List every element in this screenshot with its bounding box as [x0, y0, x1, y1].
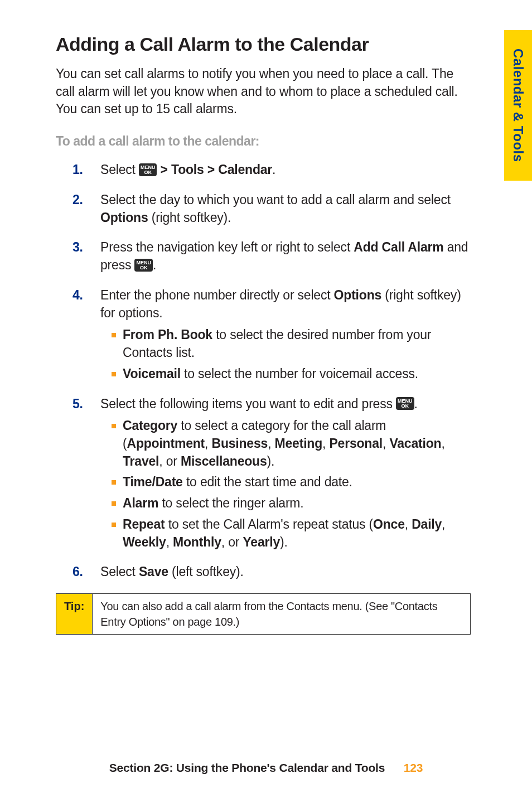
step-1-path: > Tools > Calendar: [157, 162, 272, 177]
category-label: Category: [123, 418, 177, 433]
page-content: Adding a Call Alarm to the Calendar You …: [0, 0, 532, 635]
tip-label: Tip:: [56, 594, 93, 634]
step-4-sub-a: From Ph. Book to select the desired numb…: [100, 326, 471, 361]
step-5-text-a: Select the following items you want to e…: [100, 396, 396, 411]
subheading: To add a call alarm to the calendar:: [56, 134, 471, 149]
step-6-text-a: Select: [100, 564, 139, 579]
step-5-sublist: Category to select a category for the ca…: [100, 417, 471, 551]
save-label: Save: [139, 564, 168, 579]
page-number: 123: [404, 761, 423, 774]
step-4: Enter the phone number directly or selec…: [72, 287, 471, 383]
footer-section: Section 2G: Using the Phone's Calendar a…: [109, 761, 385, 774]
intro-paragraph: You can set call alarms to notify you wh…: [56, 65, 471, 118]
step-3-text-a: Press the navigation key left or right t…: [100, 240, 354, 254]
repeat-label: Repeat: [123, 517, 165, 531]
step-1-prefix: Select: [100, 162, 139, 177]
options-label: Options: [334, 288, 381, 302]
alarm-label: Alarm: [123, 496, 158, 510]
page-footer: Section 2G: Using the Phone's Calendar a…: [0, 761, 532, 775]
menu-ok-icon: MENUOK: [134, 259, 153, 272]
step-1: Select MENUOK > Tools > Calendar.: [72, 161, 471, 179]
step-5-sub-d: Repeat to set the Call Alarm's repeat st…: [100, 516, 471, 551]
time-date-label: Time/Date: [123, 475, 183, 489]
step-3-trail: .: [153, 258, 156, 272]
step-5-sub-b: Time/Date to edit the start time and dat…: [100, 473, 471, 491]
step-2-text-a: Select the day to which you want to add …: [100, 192, 451, 207]
step-4-sub-b: Voicemail to select the number for voice…: [100, 365, 471, 383]
step-6: Select Save (left softkey).: [72, 563, 471, 581]
tip-text: You can also add a call alarm from the C…: [93, 594, 470, 634]
from-ph-book-label: From Ph. Book: [123, 327, 212, 342]
voicemail-label: Voicemail: [123, 366, 181, 381]
side-tab-label: Calendar & Tools: [510, 49, 526, 162]
step-5: Select the following items you want to e…: [72, 395, 471, 552]
page-title: Adding a Call Alarm to the Calendar: [56, 33, 471, 55]
steps-list: Select MENUOK > Tools > Calendar. Select…: [56, 161, 471, 581]
step-6-text-b: (left softkey).: [168, 564, 244, 579]
step-3: Press the navigation key left or right t…: [72, 239, 471, 274]
add-call-alarm-label: Add Call Alarm: [354, 240, 443, 254]
side-tab: Calendar & Tools: [504, 30, 532, 181]
step-5-trail: .: [414, 396, 418, 411]
step-4-sub-b-rest: to select the number for voicemail acces…: [181, 366, 418, 381]
step-2: Select the day to which you want to add …: [72, 191, 471, 226]
step-1-trail: .: [272, 162, 275, 177]
step-5-sub-a: Category to select a category for the ca…: [100, 417, 471, 470]
step-2-text-b: (right softkey).: [148, 210, 231, 225]
step-4-text-a: Enter the phone number directly or selec…: [100, 288, 334, 302]
options-label: Options: [100, 210, 148, 225]
menu-ok-icon: MENUOK: [396, 397, 414, 410]
step-4-sublist: From Ph. Book to select the desired numb…: [100, 326, 471, 383]
tip-box: Tip: You can also add a call alarm from …: [56, 593, 471, 635]
step-5-sub-c: Alarm to select the ringer alarm.: [100, 495, 471, 512]
menu-ok-icon: MENUOK: [139, 163, 157, 176]
